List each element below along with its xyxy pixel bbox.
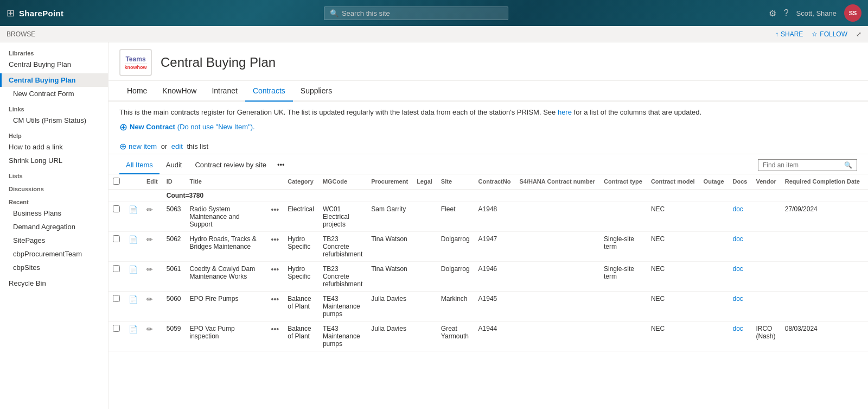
- search-input[interactable]: [342, 9, 494, 17]
- tab-all-items[interactable]: All Items: [119, 156, 159, 174]
- row-actions-icon[interactable]: •••: [271, 235, 279, 244]
- content-wrapper: Libraries Central Buying Plan Central Bu…: [0, 42, 868, 409]
- row-site: Fleet: [437, 202, 474, 231]
- row-required-completion: [781, 291, 864, 321]
- site-nav: Home KnowHow Intranet Contracts Supplier…: [108, 81, 868, 102]
- nav-item-intranet[interactable]: Intranet: [204, 81, 245, 102]
- follow-button[interactable]: ☆ FOLLOW: [812, 30, 847, 38]
- row-s4hana: [515, 231, 599, 261]
- row-contract-type: Single-site term: [599, 261, 647, 291]
- sidebar-item-cbp-procurement[interactable]: cbpProcurementTeam: [0, 247, 108, 261]
- sidebar-item-central-buying-plan[interactable]: Central Buying Plan: [0, 73, 108, 87]
- col-vendor-header: Vendor: [751, 174, 780, 190]
- share-button[interactable]: ↑ SHARE: [775, 30, 803, 38]
- row-edit-cell: ✏: [142, 261, 162, 291]
- row-procurement: Tina Watson: [367, 231, 412, 261]
- share-icon: ↑: [775, 30, 778, 38]
- row-checkbox[interactable]: [113, 295, 120, 302]
- sidebar-item-cbp-sites[interactable]: cbpSites: [0, 261, 108, 274]
- doc-link[interactable]: doc: [733, 265, 743, 273]
- row-category: Balance of Plant: [283, 321, 318, 351]
- row-id: 5062: [162, 231, 186, 261]
- sidebar-label-lists: Lists: [0, 169, 108, 180]
- sidebar-item-sitepages[interactable]: SitePages: [0, 234, 108, 247]
- here-link[interactable]: here: [558, 108, 572, 116]
- count-label: Count=: [167, 192, 189, 199]
- row-type-icon: 📄: [129, 325, 138, 334]
- focus-icon[interactable]: ⤢: [856, 30, 861, 38]
- row-checkbox[interactable]: [113, 235, 120, 242]
- row-actions-icon[interactable]: •••: [271, 205, 279, 214]
- col-procurement-header: Procurement: [367, 174, 412, 190]
- row-vendor: IRCO (Nash): [751, 321, 780, 351]
- doc-link[interactable]: doc: [733, 295, 743, 303]
- nav-item-contracts[interactable]: Contracts: [245, 81, 293, 102]
- doc-link[interactable]: doc: [733, 325, 743, 332]
- help-icon[interactable]: ?: [784, 8, 789, 18]
- sidebar-item-recycle-bin[interactable]: Recycle Bin: [0, 276, 108, 290]
- col-contract-model-header: Contract model: [647, 174, 699, 190]
- nav-item-suppliers[interactable]: Suppliers: [293, 81, 340, 102]
- sidebar-item-new-contract-form[interactable]: New Contract Form: [0, 87, 108, 100]
- table-header: Edit ID Title Category MGCode Procuremen…: [108, 174, 868, 190]
- row-outage: [699, 231, 729, 261]
- find-icon[interactable]: 🔍: [844, 161, 852, 169]
- row-category: Hydro Specific: [283, 261, 318, 291]
- row-type-icon: 📄: [129, 265, 138, 274]
- avatar[interactable]: SS: [844, 4, 861, 22]
- find-item-input[interactable]: [763, 161, 844, 169]
- sidebar-item-central-buying-plan-lib[interactable]: Central Buying Plan: [0, 58, 108, 71]
- row-contractno: A1946: [474, 261, 515, 291]
- row-contract-model: NEC: [647, 321, 699, 351]
- sidebar-section-help: Help How to add a link Shrink Long URL: [0, 129, 108, 167]
- doc-link[interactable]: doc: [733, 235, 743, 243]
- doc-link[interactable]: doc: [733, 205, 743, 213]
- row-edit-icon[interactable]: ✏: [146, 325, 153, 334]
- row-edit-icon[interactable]: ✏: [146, 205, 153, 214]
- row-outage: [699, 291, 729, 321]
- row-edit-icon[interactable]: ✏: [146, 295, 153, 304]
- row-category: Balance of Plant: [283, 291, 318, 321]
- row-title: EPO Vac Pump inspection: [185, 321, 266, 351]
- edit-list-link[interactable]: edit: [171, 142, 183, 150]
- new-item-link[interactable]: new item: [129, 142, 157, 150]
- nav-item-home[interactable]: Home: [119, 81, 155, 102]
- sidebar-item-cm-utils[interactable]: CM Utils (Prism Status): [0, 114, 108, 127]
- row-vendor: [751, 261, 780, 291]
- row-actions-icon[interactable]: •••: [271, 265, 279, 274]
- row-legal: [412, 291, 437, 321]
- tab-contract-review-by-site[interactable]: Contract review by site: [188, 156, 273, 174]
- row-s4hana: [515, 261, 599, 291]
- sidebar-item-business-plans[interactable]: Business Plans: [0, 206, 108, 220]
- row-mgcode: TB23 Concrete refurbishment: [318, 231, 367, 261]
- row-vendor: [751, 231, 780, 261]
- row-id: 5059: [162, 321, 186, 351]
- new-contract-label: New Contract: [130, 122, 175, 133]
- row-checkbox[interactable]: [113, 265, 120, 272]
- row-checkbox[interactable]: [113, 325, 120, 332]
- row-edit-icon[interactable]: ✏: [146, 235, 153, 244]
- new-contract-link[interactable]: ⊕ New Contract (Do not use "New Item").: [119, 120, 857, 135]
- sidebar-item-how-to-add-link[interactable]: How to add a link: [0, 140, 108, 154]
- sharepoint-logo: SharePoint: [19, 9, 63, 18]
- row-actions-icon[interactable]: •••: [271, 295, 279, 304]
- row-procurement: Sam Garrity: [367, 202, 412, 231]
- tab-more-icon[interactable]: •••: [273, 156, 289, 173]
- follow-icon: ☆: [812, 30, 818, 38]
- waffle-icon[interactable]: ⊞: [7, 7, 15, 19]
- settings-icon[interactable]: ⚙: [769, 8, 776, 18]
- row-edit-icon[interactable]: ✏: [146, 265, 153, 274]
- sidebar-section-recycle: Recycle Bin: [0, 276, 108, 290]
- col-title-header: Title: [185, 174, 266, 190]
- row-type-icon: 📄: [129, 295, 138, 304]
- row-checkbox[interactable]: [113, 205, 120, 212]
- sidebar-item-shrink-long-url[interactable]: Shrink Long URL: [0, 154, 108, 167]
- row-icon-cell: 📄: [124, 202, 142, 231]
- select-all-checkbox[interactable]: [113, 178, 120, 185]
- sidebar-item-demand-agregation[interactable]: Demand Agregation: [0, 220, 108, 234]
- row-s4hana: [515, 291, 599, 321]
- row-contract-type: Single-site term: [599, 231, 647, 261]
- tab-audit[interactable]: Audit: [159, 156, 189, 174]
- nav-item-knowhow[interactable]: KnowHow: [155, 81, 204, 102]
- row-actions-icon[interactable]: •••: [271, 325, 279, 334]
